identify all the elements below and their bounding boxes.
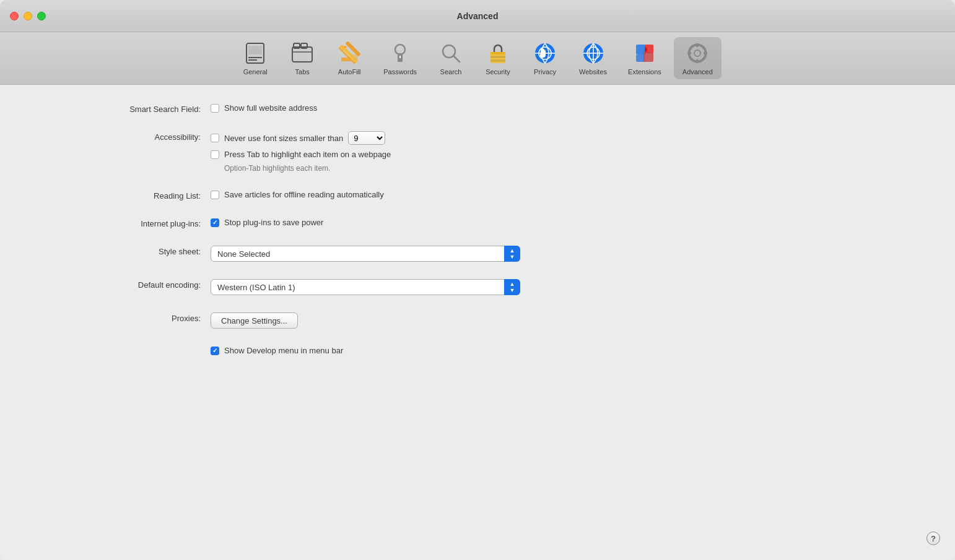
stop-plugins-row: Stop plug-ins to save power [211, 218, 323, 227]
sidebar-item-autofill[interactable]: AutoFill [328, 37, 371, 79]
svg-rect-33 [643, 52, 653, 62]
security-label: Security [486, 68, 510, 75]
svg-rect-21 [491, 56, 505, 58]
develop-menu-controls: Show Develop menu in menu bar [211, 346, 343, 355]
sidebar-item-websites[interactable]: Websites [570, 37, 616, 79]
security-icon [486, 41, 510, 66]
svg-point-44 [689, 45, 706, 62]
content-area: Smart Search Field: Show full website ad… [0, 85, 955, 560]
style-sheet-select[interactable]: None Selected [211, 246, 520, 262]
reading-list-row: Reading List: Save articles for offline … [0, 190, 955, 200]
accessibility-label: Accessibility: [37, 131, 211, 142]
search-icon [438, 41, 463, 66]
svg-line-18 [453, 56, 460, 62]
press-tab-checkbox[interactable] [211, 150, 219, 159]
show-full-address-label: Show full website address [224, 103, 317, 113]
proxies-row: Proxies: Change Settings... [0, 312, 955, 329]
smart-search-field-controls: Show full website address [211, 103, 317, 113]
svg-rect-20 [491, 52, 505, 54]
stop-plugins-label: Stop plug-ins to save power [224, 218, 323, 227]
sidebar-item-security[interactable]: Security [476, 37, 520, 79]
sidebar-item-general[interactable]: General [233, 37, 277, 79]
autofill-icon [337, 41, 362, 66]
develop-menu-checkbox[interactable] [211, 347, 219, 355]
general-icon [243, 41, 268, 66]
advanced-label: Advanced [682, 68, 713, 75]
title-bar: Advanced [0, 0, 955, 32]
save-articles-checkbox[interactable] [211, 191, 219, 199]
advanced-icon [685, 41, 710, 66]
sidebar-item-privacy[interactable]: Privacy [523, 37, 567, 79]
develop-menu-row: Show Develop menu in menu bar [0, 346, 955, 355]
accessibility-hint: Option-Tab highlights each item. [211, 164, 391, 173]
default-encoding-controls: Western (ISO Latin 1) Unicode (UTF-8) ▲ … [211, 279, 520, 295]
save-articles-label: Save articles for offline reading automa… [224, 190, 384, 199]
websites-label: Websites [579, 68, 607, 75]
svg-rect-1 [248, 46, 262, 54]
autofill-label: AutoFill [338, 68, 361, 75]
develop-menu-label: Show Develop menu in menu bar [224, 346, 343, 355]
style-sheet-controls: None Selected ▲ ▼ [211, 246, 520, 262]
tabs-label: Tabs [295, 68, 310, 75]
passwords-icon [388, 41, 412, 66]
svg-rect-4 [292, 47, 312, 62]
default-encoding-label: Default encoding: [37, 279, 211, 290]
smart-search-field-row: Smart Search Field: Show full website ad… [0, 103, 955, 114]
accessibility-controls: Never use font sizes smaller than 9 10 1… [211, 131, 391, 173]
develop-menu-checkbox-row: Show Develop menu in menu bar [211, 346, 343, 355]
svg-point-43 [694, 50, 700, 56]
sidebar-item-advanced[interactable]: Advanced [674, 37, 722, 79]
internet-plugins-label: Internet plug-ins: [37, 218, 211, 228]
window: Advanced General [0, 0, 955, 560]
internet-plugins-row: Internet plug-ins: Stop plug-ins to save… [0, 218, 955, 228]
accessibility-row: Accessibility: Never use font sizes smal… [0, 131, 955, 173]
sidebar-item-extensions[interactable]: Extensions [619, 37, 670, 79]
show-full-address-checkbox[interactable] [211, 104, 219, 113]
save-articles-row: Save articles for offline reading automa… [211, 190, 384, 199]
reading-list-controls: Save articles for offline reading automa… [211, 190, 384, 199]
svg-rect-32 [636, 54, 645, 62]
maximize-button[interactable] [37, 12, 46, 20]
window-title: Advanced [457, 11, 499, 21]
reading-list-label: Reading List: [37, 190, 211, 200]
style-sheet-label: Style sheet: [37, 246, 211, 256]
press-tab-row: Press Tab to highlight each item on a we… [211, 150, 391, 159]
style-sheet-select-wrapper: None Selected ▲ ▼ [211, 246, 520, 262]
never-use-font-sizes-label: Never use font sizes smaller than [224, 134, 343, 143]
proxies-label: Proxies: [37, 312, 211, 323]
privacy-label: Privacy [534, 68, 556, 75]
extensions-icon [632, 41, 657, 66]
help-button[interactable]: ? [927, 532, 940, 545]
default-encoding-row: Default encoding: Western (ISO Latin 1) … [0, 279, 955, 295]
never-use-font-sizes-checkbox[interactable] [211, 134, 219, 142]
default-encoding-select-wrapper: Western (ISO Latin 1) Unicode (UTF-8) ▲ … [211, 279, 520, 295]
font-size-select[interactable]: 9 10 11 12 14 [348, 131, 385, 145]
internet-plugins-controls: Stop plug-ins to save power [211, 218, 323, 227]
default-encoding-select[interactable]: Western (ISO Latin 1) Unicode (UTF-8) [211, 279, 520, 295]
extensions-label: Extensions [628, 68, 661, 75]
proxies-controls: Change Settings... [211, 312, 298, 329]
toolbar: General Tabs [0, 32, 955, 85]
sidebar-item-tabs[interactable]: Tabs [281, 37, 324, 79]
show-full-address-row: Show full website address [211, 103, 317, 113]
change-settings-button[interactable]: Change Settings... [211, 312, 298, 329]
style-sheet-row: Style sheet: None Selected ▲ ▼ [0, 246, 955, 262]
sidebar-item-search[interactable]: Search [429, 37, 473, 79]
press-tab-label: Press Tab to highlight each item on a we… [224, 150, 391, 159]
close-button[interactable] [10, 12, 19, 20]
tabs-icon [290, 41, 315, 66]
search-label: Search [440, 68, 462, 75]
privacy-icon [533, 41, 557, 66]
general-label: General [243, 68, 268, 75]
svg-rect-22 [491, 59, 505, 62]
svg-point-14 [395, 45, 405, 54]
font-size-row: Never use font sizes smaller than 9 10 1… [211, 131, 391, 145]
minimize-button[interactable] [24, 12, 32, 20]
websites-icon [581, 41, 606, 66]
traffic-lights [10, 12, 46, 20]
passwords-label: Passwords [383, 68, 417, 75]
sidebar-item-passwords[interactable]: Passwords [375, 37, 425, 79]
stop-plugins-checkbox[interactable] [211, 218, 219, 227]
smart-search-field-label: Smart Search Field: [37, 103, 211, 114]
help-button-container: ? [927, 532, 940, 545]
